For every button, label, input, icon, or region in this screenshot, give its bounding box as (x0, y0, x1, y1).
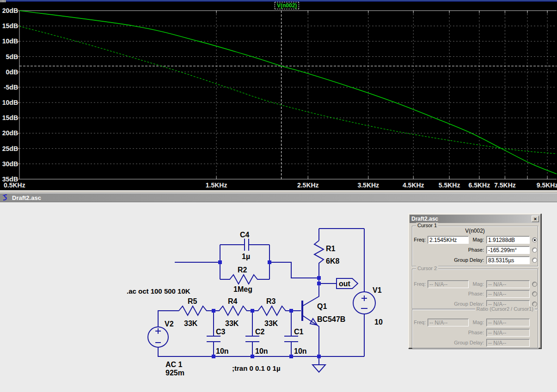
cursor-dialog: Draft2.asc × Cursor 1 V(n002) Freq: Mag:… (408, 213, 541, 349)
label-c3-value[interactable]: 10n (216, 347, 229, 355)
ltspice-window: V(n002) 20dB15dB10dB5dB0dB-5dB10dB15dB20… (0, 0, 557, 392)
cursor2-phase-input[interactable] (486, 290, 530, 298)
label-out-net[interactable]: out (339, 280, 351, 288)
label-c1[interactable]: C1 (294, 328, 304, 336)
cursor1-mag-radio[interactable] (532, 237, 537, 242)
label-q1[interactable]: Q1 (317, 302, 327, 310)
ratio-mag-input[interactable] (486, 319, 530, 326)
label-c1-value[interactable]: 10n (294, 347, 307, 355)
cursor2-legend: Cursor 2 (416, 265, 438, 271)
cursor1-trace-name: V(n002) (412, 228, 538, 234)
cursor1-phase-input[interactable] (486, 246, 530, 254)
junction-dots (212, 260, 321, 358)
phase-label: Phase: (439, 246, 484, 254)
cursor1-mag-input[interactable] (486, 236, 530, 244)
group-delay-label: Group Delay: (439, 256, 484, 264)
cursor2-mag-input[interactable] (486, 280, 530, 288)
group-delay-label: Group Delay: (439, 339, 484, 347)
ratio-legend: Ratio (Cursor2 / Cursor1) (475, 306, 535, 312)
cursor2-mag-radio[interactable] (532, 282, 537, 287)
mag-label: Mag: (439, 236, 484, 244)
label-v1[interactable]: V1 (373, 286, 382, 294)
cursor1-phase-radio[interactable] (532, 247, 537, 253)
phase-label: Phase: (439, 290, 484, 298)
label-q1-value[interactable]: BC547B (317, 315, 345, 323)
cursor-dialog-titlebar[interactable]: Draft2.asc × (410, 215, 540, 223)
tran-directive-text[interactable]: ;tran 0 0.1 0 1µ (232, 364, 281, 372)
label-r2-value[interactable]: 1Meg (233, 285, 252, 293)
cursor-dialog-title-text: Draft2.asc (411, 216, 438, 222)
label-r4[interactable]: R4 (228, 297, 238, 305)
cursor2-phase-radio[interactable] (532, 291, 537, 296)
label-c2[interactable]: C2 (255, 328, 265, 336)
close-icon[interactable]: × (532, 216, 539, 222)
phase-label: Phase: (439, 329, 484, 337)
freq-label: Freq: (412, 319, 426, 326)
label-r3-value[interactable]: 33K (264, 320, 278, 327)
freq-label: Freq: (412, 280, 426, 288)
mag-label: Mag: (439, 319, 484, 326)
label-c2-value[interactable]: 10n (255, 347, 268, 355)
label-r1[interactable]: R1 (326, 245, 336, 253)
label-r5-value[interactable]: 33K (184, 320, 198, 327)
mag-label: Mag: (439, 280, 484, 288)
label-c4-value[interactable]: 1µ (242, 253, 250, 260)
label-v2-amplitude[interactable]: 925m (165, 369, 184, 377)
cursor1-group-delay-radio[interactable] (532, 258, 537, 263)
cursor1-group: Cursor 1 V(n002) Freq: Mag: Phase: Group… (412, 226, 538, 266)
freq-label: Freq: (412, 236, 426, 244)
ac-directive-text[interactable]: .ac oct 100 500 10K (127, 287, 190, 295)
label-v2-ac[interactable]: AC 1 (165, 361, 183, 368)
label-r3[interactable]: R3 (266, 297, 276, 305)
ratio-group: Ratio (Cursor2 / Cursor1) Freq: Mag: Pha… (412, 309, 538, 348)
label-r1-value[interactable]: 6K8 (326, 257, 339, 265)
cursor1-group-delay-input[interactable] (486, 256, 530, 264)
label-v1-value[interactable]: 10 (374, 318, 383, 326)
label-c4[interactable]: C4 (240, 231, 250, 239)
component-labels: C4 1µ R2 1Meg R1 6K8 out V1 10 Q1 BC547B… (127, 231, 383, 377)
ratio-phase-input[interactable] (486, 329, 530, 337)
cursor2-group: Cursor 2 Freq: Mag: Phase: Group Delay: (412, 269, 538, 309)
label-r4-value[interactable]: 33K (225, 320, 239, 327)
label-r5[interactable]: R5 (188, 297, 197, 305)
label-c3[interactable]: C3 (216, 328, 226, 336)
label-r2[interactable]: R2 (238, 266, 247, 274)
ratio-group-delay-input[interactable] (486, 339, 530, 347)
label-v2[interactable]: V2 (165, 320, 174, 328)
